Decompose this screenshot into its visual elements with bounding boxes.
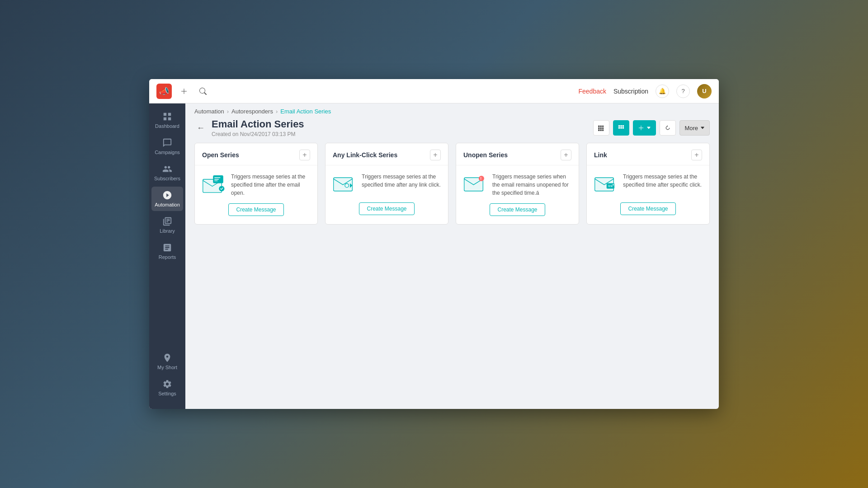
open-series-title: Open Series <box>202 151 239 159</box>
open-series-description: Triggers message series at the specified… <box>231 173 310 197</box>
svg-text:!: ! <box>480 176 481 181</box>
sidebar-item-subscribers[interactable]: Subscribers <box>151 160 183 185</box>
sidebar-item-reports[interactable]: Reports <box>151 239 183 263</box>
notifications-button[interactable]: 🔔 <box>656 84 669 98</box>
open-series-create-button[interactable]: Create Message <box>228 203 283 216</box>
unopen-series-icon: ! <box>463 173 487 196</box>
link-click-series-icon <box>333 173 356 196</box>
open-series-card: Open Series + <box>194 143 318 225</box>
sidebar-label-library: Library <box>160 228 175 234</box>
link-series-card: Link + link <box>586 143 710 225</box>
search-button[interactable] <box>196 84 210 98</box>
page-header: ← Email Action Series Created on Nov/24/… <box>185 115 719 143</box>
refresh-button[interactable] <box>660 120 676 136</box>
breadcrumb-sep-2: › <box>276 108 278 115</box>
link-click-series-create-button[interactable]: Create Message <box>359 202 414 215</box>
sidebar-label-settings: Settings <box>158 391 176 396</box>
link-series-icon: link <box>594 173 618 196</box>
subscription-link[interactable]: Subscription <box>613 88 648 95</box>
open-series-icon <box>202 173 226 196</box>
page-subtitle: Created on Nov/24/2017 03:13 PM <box>212 131 304 137</box>
link-click-series-title: Any Link-Click Series <box>333 151 397 159</box>
main-content: Automation › Autoresponders › Email Acti… <box>185 103 719 409</box>
sidebar: Dashboard Campaigns Subscribers Automati… <box>149 103 185 409</box>
sidebar-item-automation[interactable]: Automation <box>151 187 183 211</box>
unopen-series-title: Unopen Series <box>463 151 508 159</box>
logo[interactable]: 📣 <box>156 84 172 99</box>
unopen-series-create-button[interactable]: Create Message <box>490 203 545 216</box>
link-click-series-add-button[interactable]: + <box>430 150 441 160</box>
sidebar-item-dashboard[interactable]: Dashboard <box>151 108 183 132</box>
breadcrumb-sep-1: › <box>227 108 229 115</box>
breadcrumb-automation[interactable]: Automation <box>194 108 224 115</box>
link-series-add-button[interactable]: + <box>691 150 702 160</box>
sidebar-label-myshort: My Short <box>157 365 177 370</box>
breadcrumb: Automation › Autoresponders › Email Acti… <box>185 103 719 115</box>
unopen-series-description: Triggers message series when the email r… <box>492 173 571 197</box>
grid-view-button[interactable] <box>613 120 629 136</box>
breadcrumb-current: Email Action Series <box>280 108 331 115</box>
feedback-link[interactable]: Feedback <box>578 88 606 95</box>
cards-area: Open Series + <box>185 143 719 409</box>
sidebar-label-reports: Reports <box>159 254 176 260</box>
sidebar-label-subscribers: Subscribers <box>154 176 180 181</box>
sidebar-item-myshort[interactable]: My Short <box>151 349 183 374</box>
add-button[interactable] <box>177 84 191 98</box>
top-nav: 📣 Feedback Subscription 🔔 ? U <box>149 79 719 103</box>
arrange-button[interactable] <box>593 120 609 136</box>
avatar[interactable]: U <box>697 84 712 99</box>
sidebar-item-library[interactable]: Library <box>151 213 183 237</box>
add-new-button[interactable] <box>633 120 656 136</box>
cards-grid: Open Series + <box>194 143 710 225</box>
link-series-create-button[interactable]: Create Message <box>620 202 675 215</box>
sidebar-label-campaigns: Campaigns <box>155 150 180 155</box>
more-button[interactable]: More <box>679 120 710 136</box>
help-button[interactable]: ? <box>676 84 690 98</box>
link-series-title: Link <box>594 151 607 159</box>
unopen-series-add-button[interactable]: + <box>561 150 571 160</box>
unopen-series-card: Unopen Series + ! Tr <box>456 143 579 225</box>
page-title: Email Action Series <box>212 118 304 130</box>
back-button[interactable]: ← <box>194 122 207 134</box>
sidebar-item-settings[interactable]: Settings <box>151 375 183 400</box>
link-click-series-card: Any Link-Click Series + <box>325 143 448 225</box>
sidebar-label-dashboard: Dashboard <box>155 123 179 129</box>
svg-rect-3 <box>334 178 353 191</box>
link-click-series-description: Triggers message series at the specified… <box>362 173 441 189</box>
sidebar-item-campaigns[interactable]: Campaigns <box>151 134 183 159</box>
sidebar-label-automation: Automation <box>155 202 180 207</box>
breadcrumb-autoresponders[interactable]: Autoresponders <box>231 108 273 115</box>
link-series-description: Triggers message series at the specified… <box>623 173 702 189</box>
open-series-add-button[interactable]: + <box>299 150 310 160</box>
